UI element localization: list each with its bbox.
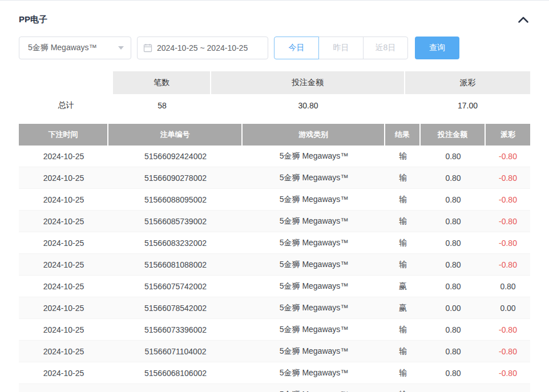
table-row: 2024-10-25515660832320025金狮 Megaways™输0.… bbox=[19, 232, 530, 254]
cell-payout: -0.80 bbox=[486, 232, 530, 254]
cell-result: 输 bbox=[385, 211, 421, 232]
cell-order-id: 51566078542002 bbox=[108, 297, 243, 319]
column-header-payout: 派彩 bbox=[486, 124, 530, 146]
cell-result: 输 bbox=[385, 362, 421, 384]
column-header-result: 结果 bbox=[385, 124, 421, 146]
cell-bet-time: 2024-10-25 bbox=[19, 232, 108, 254]
cell-bet-amount: 0.80 bbox=[421, 232, 486, 254]
cell-payout: -0.80 bbox=[486, 167, 530, 189]
cell-bet-time: 2024-10-25 bbox=[19, 362, 108, 384]
cell-result: 赢 bbox=[385, 276, 421, 297]
cell-game-type: 5金狮 Megaways™ bbox=[243, 189, 385, 211]
cell-result: 输 bbox=[385, 189, 421, 211]
summary-total-count: 58 bbox=[113, 94, 211, 117]
cell-game-type: 5金狮 Megaways™ bbox=[243, 276, 385, 297]
cell-result: 输 bbox=[385, 384, 421, 392]
cell-result: 输 bbox=[385, 146, 421, 167]
cell-result: 赢 bbox=[385, 297, 421, 319]
cell-bet-time: 2024-10-25 bbox=[19, 189, 108, 211]
cell-bet-time: 2024-10-25 bbox=[19, 297, 108, 319]
date-range-input[interactable]: 2024-10-25 ~ 2024-10-25 bbox=[137, 37, 268, 59]
cell-result: 输 bbox=[385, 232, 421, 254]
cell-order-id: 51566081088002 bbox=[108, 254, 243, 276]
quick-date-button-group: 今日 昨日 近8日 bbox=[274, 37, 408, 59]
cell-payout: -0.80 bbox=[486, 319, 530, 341]
column-header-game-type: 游戏类别 bbox=[243, 124, 385, 146]
caret-down-icon bbox=[118, 46, 124, 50]
quick-button-yesterday[interactable]: 昨日 bbox=[318, 37, 364, 59]
summary-header-blank bbox=[19, 71, 113, 94]
cell-bet-time: 2024-10-25 bbox=[19, 384, 108, 392]
cell-game-type: 5金狮 Megaways™ bbox=[243, 384, 385, 392]
cell-game-type: 5金狮 Megaways™ bbox=[243, 232, 385, 254]
cell-result: 输 bbox=[385, 254, 421, 276]
game-select-value: 5金狮 Megaways™ bbox=[28, 43, 97, 53]
cell-result: 输 bbox=[385, 319, 421, 341]
cell-bet-time: 2024-10-25 bbox=[19, 319, 108, 341]
cell-order-id: 51566071104002 bbox=[108, 341, 243, 362]
cell-bet-amount: 0.80 bbox=[421, 211, 486, 232]
summary-header-row: 笔数 投注金额 派彩 bbox=[19, 71, 530, 94]
summary-total-row: 总计 58 30.80 17.00 bbox=[19, 94, 530, 117]
cell-bet-amount: 0.80 bbox=[421, 341, 486, 362]
cell-payout: -0.80 bbox=[486, 384, 530, 392]
table-row: 2024-10-25515660681060025金狮 Megaways™输0.… bbox=[19, 362, 530, 384]
cell-bet-time: 2024-10-25 bbox=[19, 146, 108, 167]
cell-payout: -0.80 bbox=[486, 211, 530, 232]
cell-bet-time: 2024-10-25 bbox=[19, 341, 108, 362]
cell-order-id: 51566092424002 bbox=[108, 146, 243, 167]
cell-order-id: 51566083232002 bbox=[108, 232, 243, 254]
cell-game-type: 5金狮 Megaways™ bbox=[243, 211, 385, 232]
cell-payout: -0.80 bbox=[486, 341, 530, 362]
quick-button-last-8-days[interactable]: 近8日 bbox=[363, 37, 408, 59]
panel-title: PP电子 bbox=[19, 14, 47, 25]
table-row: 2024-10-25515660880950025金狮 Megaways™输0.… bbox=[19, 189, 530, 211]
cell-bet-amount: 0.00 bbox=[421, 297, 486, 319]
cell-payout: -0.80 bbox=[486, 254, 530, 276]
column-header-order-id: 注单编号 bbox=[108, 124, 243, 146]
cell-game-type: 5金狮 Megaways™ bbox=[243, 254, 385, 276]
summary-total-label: 总计 bbox=[19, 94, 113, 117]
summary-total-bet-amount: 30.80 bbox=[211, 94, 405, 117]
cell-result: 输 bbox=[385, 341, 421, 362]
cell-bet-amount: 0.80 bbox=[421, 254, 486, 276]
panel-header: PP电子 bbox=[19, 12, 530, 27]
column-header-bet-time: 下注时间 bbox=[19, 124, 108, 146]
cell-game-type: 5金狮 Megaways™ bbox=[243, 362, 385, 384]
table-row: 2024-10-25515660785420025金狮 Megaways™赢0.… bbox=[19, 297, 530, 319]
cell-order-id: 51566065938002 bbox=[108, 384, 243, 392]
cell-result: 输 bbox=[385, 167, 421, 189]
cell-bet-time: 2024-10-25 bbox=[19, 276, 108, 297]
search-button[interactable]: 查询 bbox=[415, 37, 459, 59]
summary-header-bet-amount: 投注金额 bbox=[211, 71, 405, 94]
cell-bet-time: 2024-10-25 bbox=[19, 254, 108, 276]
cell-bet-amount: 0.80 bbox=[421, 384, 486, 392]
cell-payout: -0.80 bbox=[486, 189, 530, 211]
cell-bet-time: 2024-10-25 bbox=[19, 211, 108, 232]
table-row: 2024-10-25515660924240025金狮 Megaways™输0.… bbox=[19, 146, 530, 167]
chevron-up-icon[interactable] bbox=[516, 13, 530, 26]
table-row: 2024-10-25515660757420025金狮 Megaways™赢0.… bbox=[19, 276, 530, 297]
cell-order-id: 51566068106002 bbox=[108, 362, 243, 384]
table-row: 2024-10-25515660857390025金狮 Megaways™输0.… bbox=[19, 211, 530, 232]
pp-records-panel: PP电子 5金狮 Megaways™ 2024-10-25 ~ 2024-10-… bbox=[0, 0, 549, 392]
filter-bar: 5金狮 Megaways™ 2024-10-25 ~ 2024-10-25 今日… bbox=[19, 37, 530, 59]
cell-game-type: 5金狮 Megaways™ bbox=[243, 146, 385, 167]
date-range-value: 2024-10-25 ~ 2024-10-25 bbox=[157, 43, 248, 52]
cell-game-type: 5金狮 Megaways™ bbox=[243, 319, 385, 341]
summary-table: 笔数 投注金额 派彩 总计 58 30.80 17.00 bbox=[19, 71, 530, 117]
cell-payout: 0.80 bbox=[486, 276, 530, 297]
summary-total-payout: 17.00 bbox=[405, 94, 530, 117]
game-select[interactable]: 5金狮 Megaways™ bbox=[19, 37, 131, 59]
summary-header-payout: 派彩 bbox=[405, 71, 530, 94]
quick-button-today[interactable]: 今日 bbox=[274, 37, 319, 59]
cell-game-type: 5金狮 Megaways™ bbox=[243, 341, 385, 362]
cell-order-id: 51566075742002 bbox=[108, 276, 243, 297]
cell-order-id: 51566073396002 bbox=[108, 319, 243, 341]
cell-bet-amount: 0.80 bbox=[421, 276, 486, 297]
column-header-bet-amount: 投注金额 bbox=[421, 124, 486, 146]
cell-order-id: 51566088095002 bbox=[108, 189, 243, 211]
cell-bet-amount: 0.80 bbox=[421, 167, 486, 189]
cell-payout: 0.00 bbox=[486, 297, 530, 319]
cell-bet-amount: 0.80 bbox=[421, 362, 486, 384]
